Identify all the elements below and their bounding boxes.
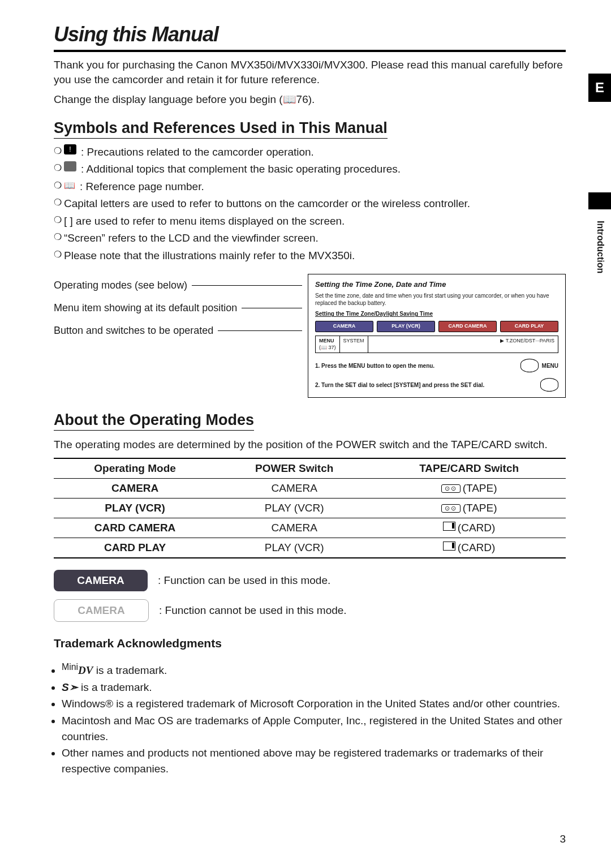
bullet-icon: ❍	[54, 161, 64, 175]
card-icon	[443, 542, 455, 551]
manual-page: E Introduction Using this Manual Thank y…	[0, 0, 611, 868]
modes-intro: The operating modes are determined by th…	[54, 437, 566, 452]
intro2-post: ).	[308, 93, 315, 105]
book-icon: 📖	[283, 93, 296, 105]
tape-icon: ⊙⊙	[441, 504, 461, 513]
mode-disabled-text: : Function cannot be used in this mode.	[159, 604, 347, 617]
section-modes-heading: About the Operating Modes	[54, 411, 254, 431]
table-row: PLAY (VCR) PLAY (VCR) ⊙⊙(TAPE)	[54, 499, 566, 518]
book-icon: 📖	[64, 179, 75, 192]
list-item: Other names and products not mentioned a…	[62, 745, 566, 776]
menu-label: MENU	[319, 338, 334, 343]
mode-chip-cardplay: CARD PLAY	[500, 321, 558, 332]
excerpt-subheader: Setting the Time Zone/Daylight Saving Ti…	[315, 310, 558, 317]
card-icon	[443, 522, 455, 531]
list-item: Macintosh and Mac OS are trademarks of A…	[62, 713, 566, 744]
callout-1: Operating modes (see below)	[54, 274, 187, 297]
intro2-ref: 76	[296, 93, 308, 105]
th-mode: Operating Mode	[54, 458, 216, 479]
bullet-icon: ❍	[54, 248, 64, 261]
tm-sd: is a trademark.	[78, 681, 152, 693]
sym-screen: “Screen” refers to the LCD and the viewf…	[64, 230, 319, 247]
cell-power: PLAY (VCR)	[216, 499, 372, 518]
callout-line-icon	[218, 330, 302, 331]
sym-additional: : Additional topics that complement the …	[81, 161, 401, 178]
mode-enabled-text: : Function can be used in this mode.	[158, 574, 330, 587]
operating-modes-table: Operating Mode POWER Switch TAPE/CARD Sw…	[54, 458, 566, 558]
sd-logo-icon: S➣	[62, 681, 78, 693]
tm-dv: is a trademark.	[93, 664, 167, 676]
cell-power: CAMERA	[216, 518, 372, 538]
menu-value: T.ZONE/DST···PARIS	[506, 338, 554, 343]
th-power: POWER Switch	[216, 458, 372, 479]
callout-line-icon	[242, 308, 302, 308]
list-item: MiniDV is a trademark.	[62, 661, 566, 678]
bullet-icon: ❍	[54, 179, 64, 192]
tape-icon: ⊙⊙	[441, 484, 461, 493]
section-label: Introduction	[595, 221, 605, 273]
table-row: CARD PLAY PLAY (VCR) (CARD)	[54, 538, 566, 558]
menu-ref: (📖 37)	[319, 345, 336, 350]
dial-icon	[520, 359, 539, 372]
cell-tc: (CARD)	[372, 538, 566, 558]
cell-tc: ⊙⊙(TAPE)	[372, 479, 566, 499]
callout-line-icon	[192, 285, 302, 286]
table-row: CARD CAMERA CAMERA (CARD)	[54, 518, 566, 538]
cell-tc: (CARD)	[372, 518, 566, 538]
mode-chip-camera: CAMERA	[315, 321, 373, 332]
sym-reference: : Reference page number.	[80, 179, 204, 195]
mini-text: Mini	[62, 662, 78, 672]
mode-enabled-chip: CAMERA	[54, 570, 148, 591]
play-icon: ▶	[500, 338, 505, 343]
minidv-logo-icon: DV	[78, 664, 93, 676]
table-row: CAMERA CAMERA ⊙⊙(TAPE)	[54, 479, 566, 499]
side-marker	[588, 192, 611, 209]
list-item: Windows® is a registered trademark of Mi…	[62, 696, 566, 712]
trademark-list: MiniDV is a trademark. S➣ is a trademark…	[54, 661, 566, 776]
symbols-list: ❍: Precautions related to the camcorder …	[54, 144, 566, 264]
bullet-icon: ❍	[54, 196, 64, 209]
sym-capitals: Capital letters are used to refer to but…	[64, 196, 470, 212]
th-tapecard: TAPE/CARD Switch	[372, 458, 566, 479]
notes-icon	[64, 161, 76, 171]
sample-page-excerpt: Setting the Time Zone, Date and Time Set…	[308, 274, 566, 398]
cell-power: CAMERA	[216, 479, 372, 499]
sym-illustrations: Please note that the illustrations mainl…	[64, 248, 355, 264]
section-symbols-heading: Symbols and References Used in This Manu…	[54, 119, 388, 139]
warning-icon	[64, 144, 76, 154]
cell-tc: ⊙⊙(TAPE)	[372, 499, 566, 518]
trademark-heading: Trademark Acknowledgments	[54, 637, 566, 650]
excerpt-menu-bar: MENU(📖 37) SYSTEM ▶ T.ZONE/DST···PARIS	[315, 336, 558, 353]
intro-paragraph: Thank you for purchasing the Canon MVX35…	[54, 58, 566, 87]
intro-paragraph-2: Change the display language before you b…	[54, 92, 566, 107]
cell-mode: PLAY (VCR)	[54, 499, 216, 518]
cell-power: PLAY (VCR)	[216, 538, 372, 558]
callout-2: Menu item showing at its default positio…	[54, 297, 237, 319]
mode-chip-playvcr: PLAY (VCR)	[377, 321, 435, 332]
sym-brackets: [ ] are used to refer to menu items disp…	[64, 213, 345, 230]
bullet-icon: ❍	[54, 213, 64, 227]
page-number: 3	[560, 833, 566, 845]
sym-precautions: : Precautions related to the camcorder o…	[81, 144, 314, 161]
title-rule	[54, 50, 566, 52]
excerpt-header: Setting the Time Zone, Date and Time	[315, 280, 558, 290]
mode-chip-cardcamera: CARD CAMERA	[438, 321, 497, 332]
dial-icon	[540, 378, 558, 392]
menu-system: SYSTEM	[340, 336, 368, 353]
language-tab: E	[588, 74, 611, 102]
cell-mode: CARD CAMERA	[54, 518, 216, 538]
callout-diagram: Operating modes (see below) Menu item sh…	[54, 274, 566, 398]
bullet-icon: ❍	[54, 144, 64, 158]
callout-3: Button and switches to be operated	[54, 319, 213, 342]
list-item: S➣ is a trademark.	[62, 680, 566, 695]
bullet-icon: ❍	[54, 230, 64, 244]
menu-caption: MENU	[542, 362, 558, 369]
excerpt-desc: Set the time zone, date and time when yo…	[315, 292, 558, 307]
excerpt-step1: 1. Press the MENU button to open the men…	[315, 362, 517, 369]
mode-disabled-chip: CAMERA	[54, 599, 149, 622]
excerpt-step2: 2. Turn the SET dial to select [SYSTEM] …	[315, 381, 537, 389]
cell-mode: CARD PLAY	[54, 538, 216, 558]
cell-mode: CAMERA	[54, 479, 216, 499]
intro2-pre: Change the display language before you b…	[54, 93, 283, 105]
page-title: Using this Manual	[54, 23, 566, 46]
